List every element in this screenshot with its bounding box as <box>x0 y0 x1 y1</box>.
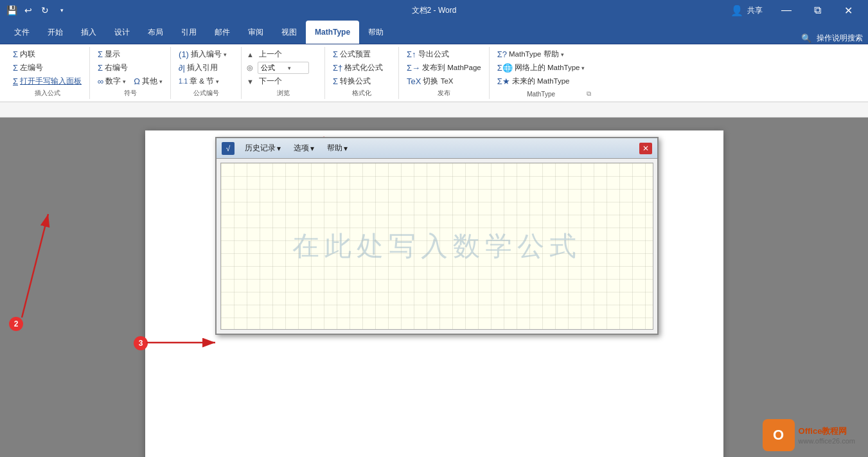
quick-access-dropdown[interactable]: ▾ <box>55 4 68 17</box>
hw-dialog-titlebar: √ 历史记录 ▾ 选项 ▾ 帮助 ▾ ✕ <box>217 138 657 159</box>
group-mathtype-expand[interactable]: ⧉ <box>587 90 591 98</box>
btn-switch-tex[interactable]: TeX 切换 TeX <box>404 75 484 87</box>
btn-right-number[interactable]: Σ 右编号 <box>95 62 165 74</box>
row-formula-dropdown: ◎ 公式 ▾ <box>247 62 309 74</box>
insert-number-dropdown-arrow: ▾ <box>224 51 227 58</box>
redo-icon[interactable]: ↻ <box>39 4 51 17</box>
hw-close-button[interactable]: ✕ <box>639 143 652 154</box>
search-label[interactable]: 操作说明搜索 <box>817 33 863 44</box>
btn-insert-number-label: 插入编号 <box>191 49 222 59</box>
hw-canvas-placeholder: 在此处写入数学公式 <box>292 228 581 264</box>
export-icon: Σ↑ <box>407 49 416 59</box>
btn-web-mathtype[interactable]: Σ🌐 网络上的 MathType ▾ <box>495 62 588 74</box>
tab-mailings[interactable]: 邮件 <box>206 21 239 44</box>
btn-handwriting[interactable]: Σ 打开手写输入面板 <box>10 75 84 87</box>
tab-help[interactable]: 帮助 <box>359 21 393 44</box>
hw-menu-history[interactable]: 历史记录 ▾ <box>242 141 283 155</box>
insert-ref-icon: ∂| <box>179 63 185 73</box>
tab-view[interactable]: 视图 <box>272 21 306 44</box>
hw-menu-options[interactable]: 选项 ▾ <box>291 141 317 155</box>
circle-icon: ◎ <box>247 64 253 72</box>
btn-mathtype-help[interactable]: Σ? MathType 帮助 ▾ <box>495 48 588 60</box>
share-label[interactable]: 共享 <box>747 5 763 16</box>
tab-layout[interactable]: 布局 <box>139 21 172 44</box>
sigma-preset-icon: Σ <box>333 49 338 59</box>
formula-dropdown-arrow: ▾ <box>288 65 291 71</box>
tab-mathtype[interactable]: MathType <box>306 21 359 44</box>
btn-other-label: 其他 <box>142 76 157 86</box>
btn-publish-mathpage[interactable]: Σ→ 发布到 MathPage <box>404 62 484 74</box>
group-mathtype: Σ? MathType 帮助 ▾ Σ🌐 网络上的 MathType ▾ Σ★ 未… <box>490 47 593 99</box>
tab-review[interactable]: 审阅 <box>239 21 272 44</box>
insert-number-icon: (1) <box>179 49 189 59</box>
btn-number[interactable]: ∞ 数字 ▾ <box>95 75 128 87</box>
tab-references[interactable]: 引用 <box>172 21 206 44</box>
formula-dropdown[interactable]: 公式 ▾ <box>258 62 309 74</box>
hw-canvas[interactable]: 在此处写入数学公式 <box>220 163 653 330</box>
btn-formula-preset[interactable]: Σ 公式预置 <box>330 48 385 60</box>
window-title: 文档2 - Word <box>412 5 457 16</box>
btn-next-label: 下一个 <box>259 76 282 86</box>
sigma-icon-right: Σ <box>98 63 103 73</box>
arrow-down-icon: ▼ <box>247 78 254 85</box>
hw-menu-help[interactable]: 帮助 ▾ <box>324 141 350 155</box>
group-publish: Σ↑ 导出公式 Σ→ 发布到 MathPage TeX 切换 TeX 发布 <box>399 47 490 99</box>
tex-icon: TeX <box>407 76 421 86</box>
btn-chapter-section[interactable]: 1.1 章 & 节 ▾ <box>176 75 229 87</box>
save-icon[interactable]: 💾 <box>5 4 18 17</box>
omega-icon: Ω <box>134 76 140 86</box>
group-browse-label: 浏览 <box>242 89 324 98</box>
sigma-format-icon: Σ† <box>333 63 342 73</box>
btn-future-mathtype[interactable]: Σ★ 未来的 MathType <box>495 75 588 87</box>
group-formula-number: (1) 插入编号 ▾ ∂| 插入引用 1.1 章 & 节 ▾ 公式编号 <box>171 47 242 99</box>
btn-right-number-label: 右编号 <box>105 63 128 73</box>
btn-convert-formula[interactable]: Σ 转换公式 <box>330 75 385 87</box>
minimize-button[interactable]: — <box>772 0 801 21</box>
group-symbol-label: 符号 <box>90 89 170 98</box>
undo-icon[interactable]: ↩ <box>22 4 35 17</box>
btn-left-number[interactable]: Σ 左编号 <box>10 62 84 74</box>
btn-format-formula[interactable]: Σ† 格式化公式 <box>330 62 385 74</box>
btn-publish-mathpage-label: 发布到 MathPage <box>422 63 481 73</box>
btn-export-formula-label: 导出公式 <box>418 49 449 59</box>
web-dropdown-arrow: ▾ <box>581 65 585 71</box>
tab-file[interactable]: 文件 <box>5 21 39 44</box>
restore-button[interactable]: ⧉ <box>802 0 832 21</box>
close-button[interactable]: ✕ <box>833 0 863 21</box>
tab-insert[interactable]: 插入 <box>72 21 105 44</box>
btn-chapter-section-label: 章 & 节 <box>190 76 214 86</box>
history-dropdown-arrow: ▾ <box>277 144 281 153</box>
watermark-url: www.office26.com <box>799 437 855 445</box>
ruler-area <box>0 102 868 118</box>
row-next: ▼ 下一个 <box>247 75 309 87</box>
row-prev: ▲ 上一个 <box>247 48 309 60</box>
btn-insert-ref[interactable]: ∂| 插入引用 <box>176 62 229 74</box>
main-content: 1 2 3 <box>0 118 868 457</box>
title-bar-left: 💾 ↩ ↻ ▾ <box>5 4 68 17</box>
btn-export-formula[interactable]: Σ↑ 导出公式 <box>404 48 484 60</box>
group-format: Σ 公式预置 Σ† 格式化公式 Σ 转换公式 格式化 <box>325 47 399 99</box>
btn-prev[interactable]: 上一个 <box>256 48 285 60</box>
tab-home[interactable]: 开始 <box>39 21 72 44</box>
btn-convert-formula-label: 转换公式 <box>340 76 371 86</box>
btn-insert-ref-label: 插入引用 <box>187 63 218 73</box>
sigma-icon-hw: Σ <box>13 76 18 86</box>
btn-web-mathtype-label: 网络上的 MathType <box>515 63 580 73</box>
ribbon-content: Σ 内联 Σ 左编号 Σ 打开手写输入面板 插入公式 Σ 显示 Σ 右编号 <box>0 44 868 102</box>
tab-design[interactable]: 设计 <box>105 21 139 44</box>
btn-other[interactable]: Ω 其他 ▾ <box>131 75 165 87</box>
btn-show[interactable]: Σ 显示 <box>95 48 165 60</box>
options-dropdown-arrow: ▾ <box>310 144 314 153</box>
web-icon: Σ🌐 <box>497 63 513 73</box>
btn-inline[interactable]: Σ 内联 <box>10 48 84 60</box>
group-insert-formula: Σ 内联 Σ 左编号 Σ 打开手写输入面板 插入公式 <box>5 47 90 99</box>
help-dropdown-arrow: ▾ <box>561 51 564 58</box>
btn-formula-preset-label: 公式预置 <box>340 49 371 59</box>
btn-switch-tex-label: 切换 TeX <box>423 76 453 86</box>
btn-insert-number[interactable]: (1) 插入编号 ▾ <box>176 48 229 60</box>
user-icon: 👤 <box>731 4 743 17</box>
btn-next[interactable]: 下一个 <box>256 75 285 87</box>
ribbon-right: 🔍 操作说明搜索 <box>801 33 863 44</box>
group-insert-formula-label: 插入公式 <box>5 89 89 98</box>
sigma-icon-inline: Σ <box>13 49 18 59</box>
